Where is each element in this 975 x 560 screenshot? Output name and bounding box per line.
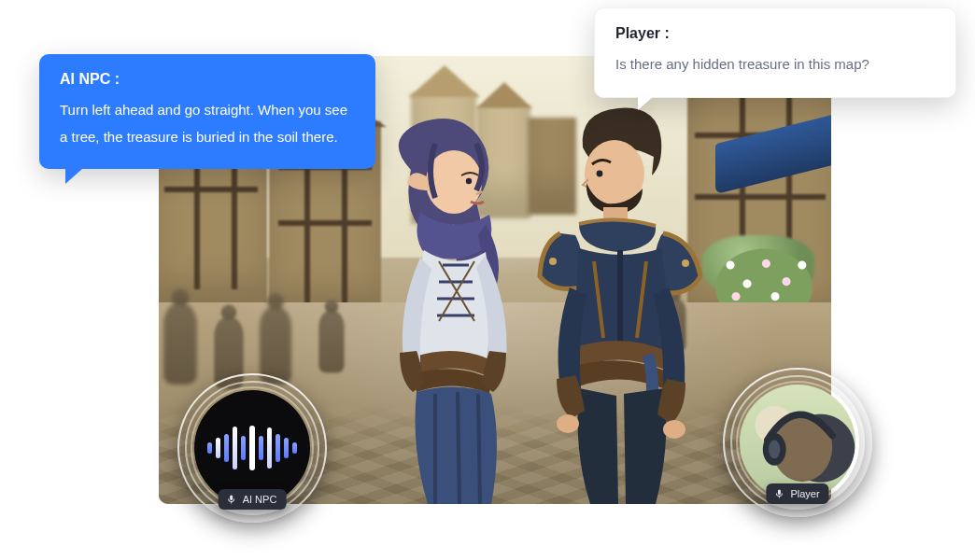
svg-point-6 bbox=[549, 258, 557, 265]
npc-voice-pill-label: AI NPC bbox=[243, 494, 277, 505]
crowd-silhouette bbox=[163, 302, 197, 385]
timber bbox=[164, 187, 258, 192]
svg-point-4 bbox=[597, 171, 603, 177]
player-speech-text: Is there any hidden treasure in this map… bbox=[615, 51, 935, 78]
player-speech-bubble: Player : Is there any hidden treasure in… bbox=[594, 7, 956, 98]
crowd-silhouette bbox=[260, 306, 291, 385]
npc-speaker-label: AI NPC : bbox=[60, 71, 355, 88]
svg-point-12 bbox=[769, 441, 780, 459]
player-voice-pill[interactable]: Player bbox=[766, 483, 828, 504]
microphone-icon bbox=[773, 488, 784, 499]
svg-point-1 bbox=[466, 178, 472, 184]
npc-voice-pill[interactable]: AI NPC bbox=[219, 489, 287, 510]
character-npc bbox=[346, 112, 542, 504]
waveform-icon bbox=[207, 422, 297, 474]
player-voice-pill-label: Player bbox=[790, 488, 819, 499]
crowd-silhouette bbox=[318, 310, 344, 372]
svg-point-7 bbox=[682, 259, 689, 267]
character-player bbox=[514, 103, 728, 504]
npc-speech-bubble: AI NPC : Turn left ahead and go straight… bbox=[39, 54, 375, 169]
microphone-icon bbox=[226, 494, 237, 505]
npc-voice-avatar[interactable]: AI NPC bbox=[177, 373, 327, 523]
player-speaker-label: Player : bbox=[615, 25, 935, 42]
svg-point-8 bbox=[557, 414, 579, 433]
player-voice-avatar[interactable]: Player bbox=[723, 368, 872, 517]
roof bbox=[409, 65, 480, 97]
npc-speech-text: Turn left ahead and go straight. When yo… bbox=[60, 97, 355, 150]
svg-point-9 bbox=[663, 420, 685, 439]
